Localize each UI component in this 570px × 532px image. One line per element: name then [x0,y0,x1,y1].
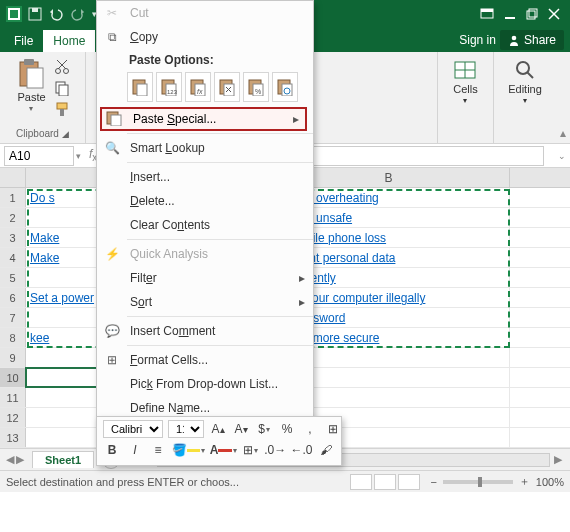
borders-button[interactable]: ⊞▾ [242,441,260,459]
close-icon[interactable] [548,8,560,20]
row-header[interactable]: 4 [0,248,26,267]
ctx-format-cells[interactable]: ⊞ Format Cells... [97,348,313,372]
tab-file[interactable]: File [4,30,43,52]
paste-icon [106,110,124,129]
view-page-layout-button[interactable] [374,474,396,490]
svg-rect-8 [527,11,535,19]
paste-option-formatting[interactable]: % [243,72,269,102]
accounting-format-icon[interactable]: $▾ [255,420,273,438]
dialog-launcher-icon[interactable]: ◢ [62,129,69,139]
ctx-sort[interactable]: Sort ▸ [97,290,313,314]
paste-option-transpose[interactable] [214,72,240,102]
tab-home[interactable]: Home [43,30,95,52]
svg-line-28 [527,72,533,78]
copy-icon[interactable] [54,80,70,96]
svg-point-12 [512,36,517,41]
select-all-triangle[interactable] [0,168,26,187]
row-header[interactable]: 7 [0,308,26,327]
row-header[interactable]: 13 [0,428,26,447]
svg-text:fx: fx [197,88,203,95]
bold-button[interactable]: B [103,441,121,459]
editing-button[interactable]: Editing▾ [506,56,544,107]
group-editing: Editing▾ [494,52,556,143]
comma-format-icon[interactable]: , [301,420,319,438]
italic-button[interactable]: I [126,441,144,459]
row-header[interactable]: 5 [0,268,26,287]
sheet-tab[interactable]: Sheet1 [32,451,94,468]
row-header[interactable]: 1 [0,188,26,207]
mini-font-family[interactable]: Calibri [103,420,163,438]
ribbon-options-icon[interactable] [480,7,494,21]
status-bar: Select destination and press ENTER or ch… [0,470,570,492]
row-header[interactable]: 12 [0,408,26,427]
formula-bar-expand-icon[interactable]: ⌄ [558,151,570,161]
ctx-delete[interactable]: Delete... [97,189,313,213]
align-center-icon[interactable]: ≡ [149,441,167,459]
sheet-nav-prev-icon[interactable]: ◀ [6,453,14,466]
context-menu: ✂ Cut ⧉ Copy Paste Options: 123 fx % Pas… [96,0,314,445]
ctx-pick-from-list[interactable]: Pick From Drop-down List... [97,372,313,396]
row-header[interactable]: 9 [0,348,26,367]
excel-logo-icon [6,6,22,22]
sign-in-link[interactable]: Sign in [459,33,496,47]
zoom-out-button[interactable]: − [430,476,436,488]
zoom-level[interactable]: 100% [536,476,564,488]
smart-lookup-icon: 🔍 [103,141,121,155]
ribbon-collapse-icon[interactable]: ▴ [556,52,570,143]
cut-icon[interactable] [54,59,70,75]
svg-rect-4 [32,8,38,12]
svg-point-16 [55,69,60,74]
status-text: Select destination and press ENTER or ch… [6,476,239,488]
save-icon[interactable] [28,7,42,21]
zoom-slider[interactable] [443,480,513,484]
svg-line-19 [58,60,67,69]
increase-decimal-icon[interactable]: .0→ [265,441,286,459]
paste-option-link[interactable] [272,72,298,102]
font-color-button[interactable]: A▾ [210,441,237,459]
paste-button[interactable]: Paste ▾ [15,56,47,115]
ctx-paste-special[interactable]: Paste Special... ▸ [100,107,307,131]
minimize-icon[interactable] [504,8,516,20]
zoom-in-button[interactable]: ＋ [519,474,530,489]
paste-option-values[interactable]: 123 [156,72,182,102]
svg-rect-22 [57,103,67,109]
svg-rect-2 [10,10,18,18]
quick-analysis-icon: ⚡ [103,247,121,261]
format-painter-icon[interactable] [54,101,70,117]
undo-icon[interactable] [48,7,64,21]
redo-icon[interactable] [70,7,86,21]
ctx-filter[interactable]: Filter ▸ [97,266,313,290]
hscroll-right-icon[interactable]: ▶ [554,453,562,466]
svg-rect-46 [111,115,121,126]
ctx-insert[interactable]: Insert... [97,165,313,189]
format-cells-icon[interactable]: ⊞ [324,420,342,438]
increase-font-icon[interactable]: A▴ [209,420,227,438]
share-button[interactable]: Share [500,30,564,50]
fill-color-button[interactable]: 🪣▾ [172,441,205,459]
row-header[interactable]: 6 [0,288,26,307]
paste-option-formulas[interactable]: fx [185,72,211,102]
mini-font-size[interactable]: 11 [168,420,204,438]
name-box-dropdown-icon[interactable]: ▾ [74,151,83,161]
percent-format-icon[interactable]: % [278,420,296,438]
ctx-insert-comment[interactable]: 💬 Insert Comment [97,319,313,343]
row-header[interactable]: 3 [0,228,26,247]
row-header[interactable]: 10 [0,368,26,387]
ctx-clear-contents[interactable]: Clear Contents [97,213,313,237]
row-header[interactable]: 8 [0,328,26,347]
format-painter-icon[interactable]: 🖌 [317,441,335,459]
ctx-smart-lookup[interactable]: 🔍 Smart Lookup [97,136,313,160]
ctx-copy[interactable]: ⧉ Copy [97,25,313,49]
row-header[interactable]: 2 [0,208,26,227]
decrease-font-icon[interactable]: A▾ [232,420,250,438]
decrease-decimal-icon[interactable]: ←.0 [291,441,312,459]
row-header[interactable]: 11 [0,388,26,407]
view-normal-button[interactable] [350,474,372,490]
restore-icon[interactable] [526,8,538,20]
paste-option-paste[interactable] [127,72,153,102]
sheet-nav-next-icon[interactable]: ▶ [16,453,24,466]
name-box[interactable] [4,146,74,166]
view-page-break-button[interactable] [398,474,420,490]
cells-button[interactable]: Cells▾ [451,56,479,107]
svg-line-18 [57,60,66,69]
